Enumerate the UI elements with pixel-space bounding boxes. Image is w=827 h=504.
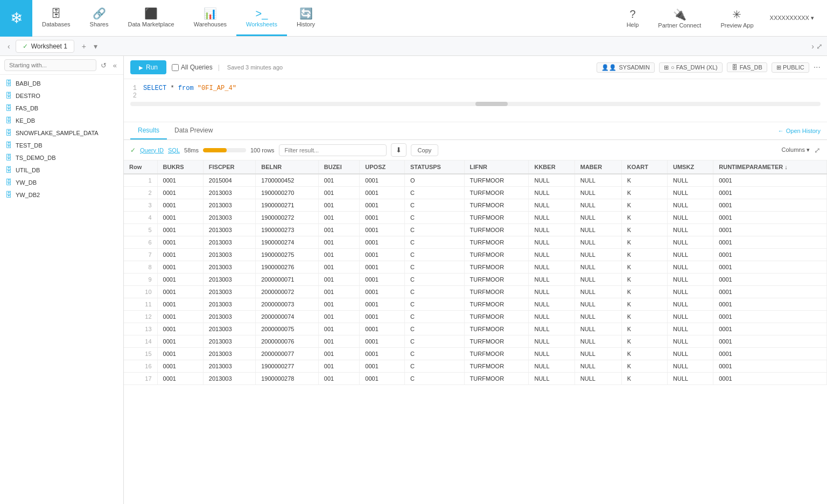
nav-item-partner-connect[interactable]: 🔌Partner Connect — [650, 0, 709, 37]
copy-button[interactable]: Copy — [411, 144, 439, 156]
tab-collapse-icon[interactable]: ⤢ — [816, 42, 823, 51]
collapse-icon[interactable]: « — [111, 60, 119, 71]
column-header-row[interactable]: Row — [124, 160, 157, 174]
expand-icon[interactable]: ⤢ — [814, 146, 821, 155]
nav-item-databases[interactable]: 🗄Databases — [32, 0, 80, 36]
table-cell: 10 — [124, 286, 157, 298]
nav-item-history[interactable]: 🔄History — [287, 0, 325, 36]
table-cell: 001 — [318, 236, 360, 249]
sidebar-item-fas-db[interactable]: 🗄FAS_DB — [0, 102, 123, 114]
progress-bar-fill — [203, 148, 227, 152]
database-badge[interactable]: 🗄 FAS_DB — [727, 62, 767, 72]
table-cell: 0001 — [157, 373, 203, 385]
database-icon: 🗄 — [5, 178, 12, 186]
database-name: KE_DB — [16, 117, 35, 124]
run-button[interactable]: ▶ Run — [130, 60, 166, 74]
table-cell: TURFMOOR — [464, 249, 529, 261]
sidebar-item-yw-db2[interactable]: 🗄YW_DB2 — [0, 188, 123, 201]
column-header-buzei[interactable]: BUZEI — [318, 160, 360, 174]
horizontal-scrollbar-thumb[interactable] — [475, 102, 508, 106]
worksheet-tab[interactable]: ✓ Worksheet 1 — [16, 40, 74, 53]
warehouse-badge[interactable]: ⊞ ○ FAS_DWH (XL) — [659, 62, 723, 73]
sidebar-item-test-db[interactable]: 🗄TEST_DB — [0, 139, 123, 151]
table-cell: 0001 — [157, 286, 203, 298]
role-badge[interactable]: 👤👤 SYSADMIN — [597, 62, 654, 73]
tab-bar: ‹ ✓ Worksheet 1 + ▾ › ⤢ — [0, 37, 827, 56]
logo[interactable]: ❄ — [0, 0, 32, 37]
table-cell: 0001 — [713, 274, 827, 286]
nav-item-worksheets[interactable]: >_Worksheets — [236, 0, 287, 36]
table-cell: 0001 — [713, 187, 827, 199]
table-cell: TURFMOOR — [464, 348, 529, 360]
sidebar-item-babi-db[interactable]: 🗄BABI_DB — [0, 77, 123, 89]
column-header-koart[interactable]: KOART — [621, 160, 667, 174]
download-button[interactable]: ⬇ — [391, 143, 407, 157]
sidebar-item-destro[interactable]: 🗄DESTRO — [0, 89, 123, 102]
table-cell: 0001 — [157, 212, 203, 224]
table-cell: NULL — [529, 174, 574, 187]
databases-label: Databases — [42, 21, 71, 27]
tab-data-preview[interactable]: Data Preview — [167, 122, 220, 139]
table-cell: NULL — [529, 224, 574, 236]
query-id-link[interactable]: Query ID — [140, 147, 164, 153]
database-name: YW_DB2 — [16, 192, 40, 198]
sql-link[interactable]: SQL — [168, 147, 180, 153]
user-menu[interactable]: XXXXXXXXXX ▾ — [766, 15, 818, 22]
tab-results[interactable]: Results — [130, 122, 167, 139]
filter-input[interactable] — [279, 144, 387, 156]
nav-item-shares[interactable]: 🔗Shares — [80, 0, 118, 36]
column-header-kkber[interactable]: KKBER — [529, 160, 574, 174]
more-button[interactable]: ··· — [814, 62, 821, 72]
table-cell: TURFMOOR — [464, 373, 529, 385]
columns-button[interactable]: Columns ▾ — [782, 146, 810, 153]
horizontal-scrollbar[interactable] — [130, 102, 821, 106]
code-editor[interactable]: 1 SELECT * from "0FI_AP_4" 2 — [124, 79, 827, 122]
progress-bar — [203, 148, 246, 152]
column-header-lifnr[interactable]: LIFNR — [464, 160, 529, 174]
column-header-maber[interactable]: MABER — [574, 160, 621, 174]
table-cell: TURFMOOR — [464, 311, 529, 323]
column-header-fiscper[interactable]: FISCPER — [203, 160, 255, 174]
column-header-belnr[interactable]: BELNR — [256, 160, 319, 174]
all-queries-checkbox[interactable] — [172, 64, 179, 71]
table-cell: K — [621, 311, 667, 323]
database-search-input[interactable] — [4, 59, 96, 71]
open-history-link[interactable]: ← Open History — [778, 128, 821, 134]
nav-item-help[interactable]: ?Help — [619, 0, 647, 37]
column-header-bukrs[interactable]: BUKRS — [157, 160, 203, 174]
table-cell: NULL — [668, 274, 713, 286]
database-name: BABI_DB — [16, 80, 40, 87]
table-cell: 0001 — [360, 298, 405, 311]
tab-menu-button[interactable]: ▾ — [90, 41, 101, 52]
table-cell: NULL — [668, 298, 713, 311]
table-cell: TURFMOOR — [464, 274, 529, 286]
nav-item-warehouses[interactable]: 📊Warehouses — [184, 0, 236, 36]
sidebar-item-yw-db[interactable]: 🗄YW_DB — [0, 176, 123, 188]
sidebar-item-ts-demo-db[interactable]: 🗄TS_DEMO_DB — [0, 151, 123, 164]
tab-expand-icon[interactable]: › — [811, 42, 814, 51]
column-header-uposz[interactable]: UPOSZ — [360, 160, 405, 174]
data-marketplace-icon: ⬛ — [144, 7, 158, 20]
add-tab-button[interactable]: + — [79, 41, 89, 52]
column-header-runtimeparameter--[interactable]: RUNTIMEPARAMETER ↓ — [713, 160, 827, 174]
table-row: 140001201300320000000760010001CTURFMOORN… — [124, 335, 827, 348]
nav-item-data-marketplace[interactable]: ⬛Data Marketplace — [118, 0, 184, 36]
table-cell: 2013003 — [203, 187, 255, 199]
nav-item-preview-app[interactable]: ✳Preview App — [713, 0, 761, 37]
tab-prev-arrow[interactable]: ‹ — [4, 42, 13, 51]
table-cell: NULL — [668, 212, 713, 224]
database-name: YW_DB — [16, 179, 37, 186]
table-row: 160001201300319000002770010001CTURFMOORN… — [124, 360, 827, 373]
column-header-statusps[interactable]: STATUSPS — [404, 160, 464, 174]
table-row: 10001201500417000004520010001OTURFMOORNU… — [124, 174, 827, 187]
table-cell: 001 — [318, 311, 360, 323]
sidebar-item-snowflake-sample-data[interactable]: 🗄SNOWFLAKE_SAMPLE_DATA — [0, 127, 123, 139]
sidebar-item-util-db[interactable]: 🗄UTIL_DB — [0, 164, 123, 176]
refresh-icon[interactable]: ↺ — [99, 60, 109, 71]
warehouses-label: Warehouses — [194, 21, 227, 27]
sidebar-item-ke-db[interactable]: 🗄KE_DB — [0, 114, 123, 127]
schema-badge[interactable]: ⊞ PUBLIC — [772, 62, 809, 73]
help-icon: ? — [629, 8, 635, 20]
table-cell: NULL — [529, 212, 574, 224]
column-header-umskz[interactable]: UMSKZ — [668, 160, 713, 174]
